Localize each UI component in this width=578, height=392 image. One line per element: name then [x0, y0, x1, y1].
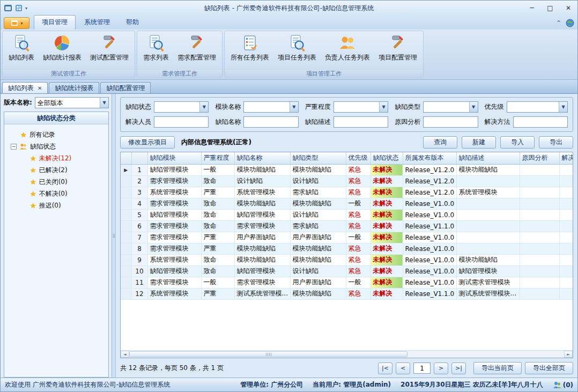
grid-cell[interactable]: [559, 175, 573, 187]
last-page-button[interactable]: >|: [451, 363, 466, 374]
column-header[interactable]: 严重程度: [201, 152, 234, 164]
row-number[interactable]: 5: [131, 209, 147, 220]
column-header[interactable]: 原因分析: [520, 152, 559, 164]
combo-dropdown-arrow[interactable]: ▼: [100, 98, 108, 108]
grid-cell[interactable]: 模块功能缺陷: [290, 198, 346, 209]
expand-collapse-icon[interactable]: −: [11, 144, 17, 150]
tree-item[interactable]: −缺陷状态: [5, 140, 107, 152]
grid-cell[interactable]: 模块功能缺陷: [234, 254, 290, 265]
grid-cell[interactable]: [520, 175, 559, 187]
grid-cell[interactable]: Release_V1.0.0: [403, 265, 456, 277]
column-header[interactable]: 缺陷状态: [370, 152, 403, 164]
grid-cell[interactable]: [520, 164, 559, 175]
combo-dropdown-arrow[interactable]: ▼: [559, 102, 567, 112]
grid-cell[interactable]: 系统管理模块: [147, 254, 201, 265]
grid-cell[interactable]: 模块功能缺陷: [290, 164, 346, 175]
column-header[interactable]: 缺陷描述: [456, 152, 520, 164]
row-number[interactable]: 11: [131, 277, 147, 288]
row-number[interactable]: 10: [131, 265, 147, 277]
grid-cell[interactable]: 模块功能缺陷: [290, 288, 346, 299]
row-number[interactable]: 1: [131, 164, 147, 175]
maximize-button[interactable]: □: [541, 2, 559, 14]
ribbon-tab-项目管理[interactable]: 项目管理: [34, 15, 76, 29]
grid-cell[interactable]: [559, 288, 573, 299]
scroll-left-icon[interactable]: ◄: [121, 351, 129, 358]
grid-cell[interactable]: [456, 175, 520, 187]
grid-cell[interactable]: [559, 254, 573, 265]
scroll-right-icon[interactable]: ►: [564, 351, 573, 358]
grid-cell[interactable]: 设计缺陷: [290, 265, 346, 277]
grid-cell[interactable]: [520, 198, 559, 209]
quick-access-icon[interactable]: [14, 4, 23, 12]
row-number[interactable]: 3: [131, 187, 147, 198]
grid-cell[interactable]: 模块功能缺陷: [456, 254, 520, 265]
filter-value-input[interactable]: [424, 117, 477, 127]
grid-cell[interactable]: [456, 209, 520, 220]
grid-cell[interactable]: 未解决: [370, 243, 403, 254]
grid-cell[interactable]: 用户界面缺陷: [234, 232, 290, 243]
grid-cell[interactable]: 缺陷管理模块: [234, 265, 290, 277]
row-number[interactable]: 12: [131, 288, 147, 299]
grid-cell[interactable]: 缺陷管理模块: [456, 265, 520, 277]
table-row[interactable]: 9系统管理模块致命模块功能缺陷模块功能缺陷紧急未解决Release_V1.0.0…: [121, 254, 573, 265]
grid-cell[interactable]: 一般: [346, 232, 370, 243]
grid-cell[interactable]: 紧急: [346, 254, 370, 265]
table-row[interactable]: 11需求管理模块一般需求管理模块用户界面缺陷一般未解决Release_V1.0.…: [121, 277, 573, 288]
grid-cell[interactable]: Release_V1.0.0: [403, 277, 456, 288]
grid-cell[interactable]: [559, 277, 573, 288]
ribbon-button[interactable]: 负责人任务列表: [321, 33, 374, 69]
grid-cell[interactable]: [559, 243, 573, 254]
grid-cell[interactable]: 紧急: [346, 265, 370, 277]
filter-value-input[interactable]: [334, 117, 388, 127]
grid-cell[interactable]: 缺陷管理模块: [234, 209, 290, 220]
splitter[interactable]: ⁞⁞: [112, 94, 116, 378]
row-number[interactable]: 9: [131, 254, 147, 265]
table-row[interactable]: 5缺陷管理模块致命缺陷管理模块设计缺陷紧急未解决Release_V1.0.0: [121, 209, 573, 220]
filter-value-input[interactable]: [424, 102, 469, 112]
tree-item[interactable]: ★已关闭(0): [5, 176, 107, 188]
filter-input[interactable]: [154, 116, 209, 128]
grid-cell[interactable]: 未解决: [370, 209, 403, 220]
document-tab-缺陷配置管理[interactable]: 缺陷配置管理: [100, 82, 151, 93]
table-row[interactable]: 3系统管理模块严重系统管理模块需求缺陷紧急未解决Release_V1.2.0系统…: [121, 187, 573, 198]
grid-cell[interactable]: [520, 187, 559, 198]
ribbon-tab-系统管理[interactable]: 系统管理: [77, 16, 117, 29]
grid-cell[interactable]: 设计缺陷: [234, 175, 290, 187]
column-header[interactable]: 缺陷类型: [290, 152, 346, 164]
grid-cell[interactable]: 紧急: [346, 243, 370, 254]
filter-combobox[interactable]: ▼: [154, 101, 209, 113]
grid-cell[interactable]: 需求管理模块: [147, 220, 201, 232]
grid-cell[interactable]: 测试系统管理模...: [234, 288, 290, 299]
grid-cell[interactable]: 需求缺陷: [290, 187, 346, 198]
row-number[interactable]: 7: [131, 232, 147, 243]
grid-cell[interactable]: 系统管理模块: [456, 187, 520, 198]
tree-item[interactable]: ★不解决(0): [5, 188, 107, 199]
grid-cell[interactable]: [520, 209, 559, 220]
grid-cell[interactable]: 未解决: [370, 288, 403, 299]
grid-cell[interactable]: 一般: [346, 198, 370, 209]
grid-cell[interactable]: 系统管理模块: [147, 187, 201, 198]
combo-dropdown-arrow[interactable]: ▼: [290, 102, 298, 112]
filter-input[interactable]: [513, 116, 568, 128]
filter-value-input[interactable]: [154, 117, 208, 127]
table-row[interactable]: 10缺陷管理模块致命缺陷管理模块设计缺陷紧急未解决Release_V1.0.0缺…: [121, 265, 573, 277]
grid-cell[interactable]: 致命: [201, 265, 234, 277]
close-button[interactable]: ✕: [559, 2, 577, 14]
combo-dropdown-arrow[interactable]: ▼: [469, 102, 478, 112]
table-row[interactable]: ▶1缺陷管理模块一般模块功能缺陷模块功能缺陷紧急未解决Release_V1.2.…: [121, 164, 573, 175]
next-page-button[interactable]: >: [434, 363, 448, 374]
filter-value-input[interactable]: [244, 117, 298, 127]
grid-cell[interactable]: 需求缺陷: [290, 220, 346, 232]
grid-cell[interactable]: 紧急: [346, 164, 370, 175]
tree-item[interactable]: ★推迟(0): [5, 199, 107, 211]
grid-cell[interactable]: 紧急: [346, 175, 370, 187]
tree-item[interactable]: ★所有记录: [5, 129, 107, 140]
grid-cell[interactable]: 致命: [201, 220, 234, 232]
grid-cell[interactable]: 模块功能缺陷: [290, 254, 346, 265]
grid-cell[interactable]: [456, 220, 520, 232]
ribbon-button[interactable]: 缺陷统计报表: [39, 33, 86, 69]
grid-cell[interactable]: 未解决: [370, 175, 403, 187]
export-button[interactable]: 导出: [539, 136, 573, 149]
grid-cell[interactable]: [456, 232, 520, 243]
row-number[interactable]: 6: [131, 220, 147, 232]
